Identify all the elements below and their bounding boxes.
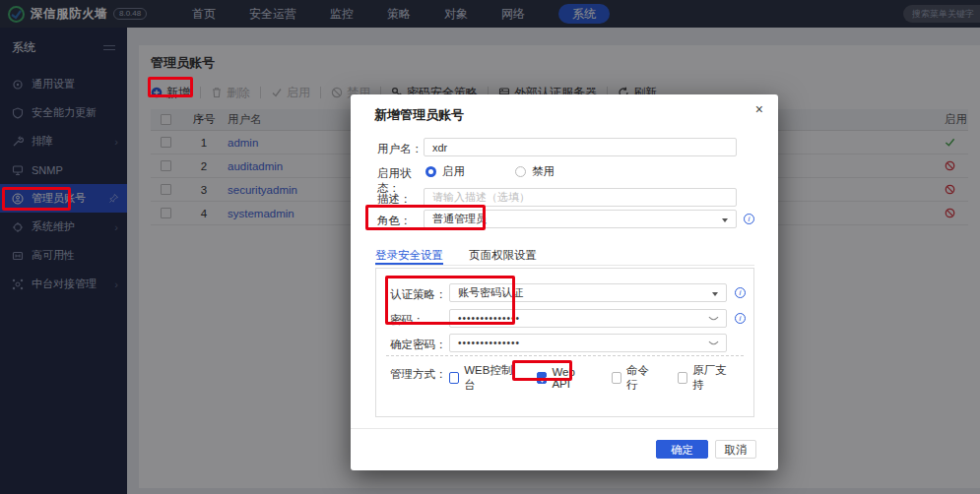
mgmt-mode-options: WEB控制台 Web API 命令行 原厂支持 [449, 363, 753, 393]
checkbox-checked-icon [537, 372, 547, 384]
modal-footer-divider [351, 428, 778, 429]
cancel-button[interactable]: 取消 [715, 440, 756, 459]
screen: 深信服防火墙 8.0.48 首页 安全运营 监控 策略 对象 网络 系统 系统 … [0, 0, 980, 494]
password-info-icon[interactable]: i [735, 313, 746, 324]
modal-title: 新增管理员账号 [374, 106, 464, 124]
auth-policy-select[interactable]: 账号密码认证 [449, 283, 727, 302]
eye-closed-icon[interactable] [708, 340, 719, 348]
caret-down-icon [712, 292, 718, 296]
auth-policy-label: 认证策略： [390, 287, 447, 302]
login-security-panel: 认证策略： 账号密码认证 i 密码： •••••••••••••• i 确定密码… [375, 268, 754, 417]
username-label: 用户名： [377, 142, 426, 156]
eye-closed-icon[interactable] [708, 315, 719, 324]
confirm-password-label: 确定密码： [390, 338, 447, 352]
role-label: 角色： [377, 214, 426, 228]
close-icon[interactable]: × [755, 102, 763, 116]
tab-login-security[interactable]: 登录安全设置 [375, 248, 443, 265]
radio-off-icon [515, 166, 526, 177]
status-disable-radio[interactable]: 禁用 [515, 164, 555, 179]
checkbox-unchecked-icon [612, 372, 621, 384]
mgmt-mode-label: 管理方式： [390, 367, 447, 382]
status-enable-radio[interactable]: 启用 [425, 164, 465, 179]
confirm-password-input[interactable]: •••••••••••••• [449, 334, 727, 352]
ok-button[interactable]: 确定 [656, 440, 708, 459]
password-input[interactable]: •••••••••••••• [449, 309, 727, 328]
password-label: 密码： [390, 313, 447, 328]
radio-on-icon [425, 166, 436, 177]
modal-tabs: 登录安全设置 页面权限设置 [375, 248, 754, 266]
description-label: 描述： [377, 192, 426, 207]
description-input[interactable]: 请输入描述（选填） [424, 188, 737, 207]
auth-info-icon[interactable]: i [735, 287, 746, 298]
checkbox-unchecked-icon [678, 372, 687, 384]
dashed-divider [386, 355, 744, 356]
checkbox-unchecked-icon [449, 372, 459, 384]
vendor-support-checkbox[interactable]: 原厂支持 [678, 363, 730, 393]
role-select[interactable]: 普通管理员 [424, 210, 737, 228]
role-info-icon[interactable]: i [744, 214, 754, 224]
username-input[interactable]: xdr [424, 138, 737, 156]
add-admin-modal: 新增管理员账号 × 用户名： xdr 启用状态： 启用 禁用 描述： 请输入描述… [351, 94, 778, 470]
tab-page-permission[interactable]: 页面权限设置 [469, 248, 537, 265]
web-console-checkbox[interactable]: WEB控制台 [449, 363, 513, 393]
caret-down-icon [722, 218, 728, 222]
web-api-checkbox[interactable]: Web API [537, 366, 588, 390]
cli-checkbox[interactable]: 命令行 [612, 363, 654, 393]
